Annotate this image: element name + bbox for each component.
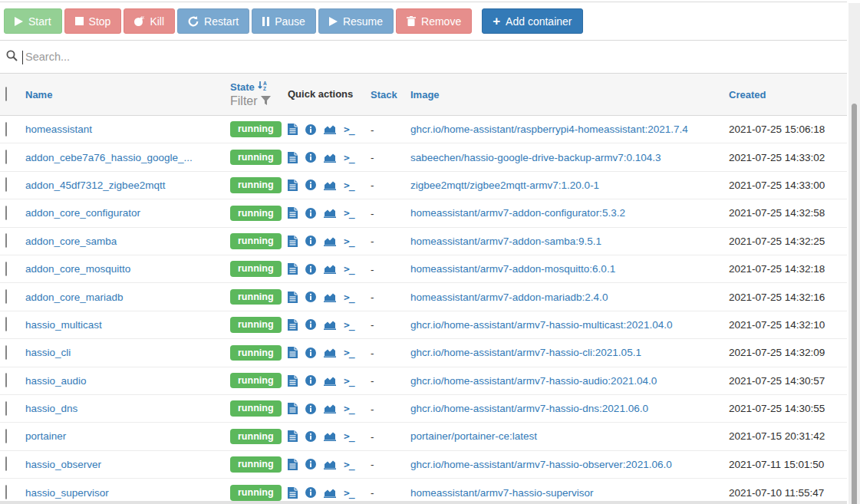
console-icon[interactable]: >_ — [344, 152, 354, 163]
column-header-image[interactable]: Image — [410, 89, 729, 100]
console-icon[interactable]: >_ — [344, 180, 354, 191]
stats-icon[interactable] — [324, 264, 336, 274]
console-icon[interactable]: >_ — [344, 375, 354, 387]
image-link[interactable]: ghcr.io/home-assistant/armv7-hassio-cli:… — [410, 347, 729, 358]
stats-icon[interactable] — [324, 376, 336, 386]
row-checkbox[interactable] — [5, 206, 7, 220]
console-icon[interactable]: >_ — [344, 403, 354, 414]
image-link[interactable]: homeassistant/armv7-addon-samba:9.5.1 — [410, 236, 729, 247]
container-name-link[interactable]: hassio_dns — [25, 403, 230, 414]
container-name-link[interactable]: addon_core_mariadb — [25, 292, 230, 303]
row-checkbox[interactable] — [5, 289, 7, 304]
logs-icon[interactable] — [288, 319, 298, 331]
container-name-link[interactable]: hassio_supervisor — [25, 487, 230, 499]
logs-icon[interactable] — [288, 263, 298, 275]
container-name-link[interactable]: addon_core_mosquitto — [25, 263, 230, 275]
inspect-icon[interactable] — [305, 431, 316, 442]
console-icon[interactable]: >_ — [344, 207, 354, 219]
column-header-name[interactable]: Name — [25, 89, 230, 100]
logs-icon[interactable] — [288, 152, 298, 163]
container-name-link[interactable]: portainer — [25, 430, 230, 442]
restart-button[interactable]: Restart — [177, 8, 249, 34]
stop-button[interactable]: Stop — [64, 8, 122, 34]
stats-icon[interactable] — [324, 180, 336, 190]
image-link[interactable]: homeassistant/armv7-addon-mosquitto:6.0.… — [410, 263, 729, 275]
logs-icon[interactable] — [288, 124, 298, 135]
row-checkbox[interactable] — [5, 401, 7, 416]
row-checkbox[interactable] — [5, 233, 7, 248]
add-container-button[interactable]: + Add container — [482, 8, 582, 34]
inspect-icon[interactable] — [305, 208, 316, 219]
logs-icon[interactable] — [288, 430, 298, 442]
logs-icon[interactable] — [288, 236, 298, 247]
inspect-icon[interactable] — [305, 236, 316, 246]
vertical-scrollbar-track[interactable] — [848, 3, 860, 504]
stats-icon[interactable] — [324, 236, 336, 246]
column-header-stack[interactable]: Stack — [371, 89, 410, 100]
stats-icon[interactable] — [324, 348, 336, 357]
image-link[interactable]: ghcr.io/home-assistant/armv7-hassio-obse… — [410, 459, 729, 470]
row-checkbox[interactable] — [5, 373, 7, 387]
container-name-link[interactable]: homeassistant — [25, 124, 230, 135]
inspect-icon[interactable] — [305, 180, 316, 190]
row-checkbox[interactable] — [5, 150, 7, 164]
stats-icon[interactable] — [324, 208, 336, 218]
console-icon[interactable]: >_ — [344, 236, 354, 247]
row-checkbox[interactable] — [5, 177, 7, 192]
console-icon[interactable]: >_ — [344, 319, 354, 331]
image-link[interactable]: homeassistant/armv7-addon-mariadb:2.4.0 — [410, 292, 729, 303]
logs-icon[interactable] — [288, 459, 298, 470]
select-all-checkbox[interactable] — [5, 87, 7, 101]
resume-button[interactable]: Resume — [318, 8, 394, 34]
column-header-created[interactable]: Created — [729, 89, 847, 100]
row-checkbox[interactable] — [5, 317, 7, 331]
container-name-link[interactable]: addon_core_configurator — [25, 207, 230, 219]
remove-button[interactable]: Remove — [396, 8, 472, 34]
logs-icon[interactable] — [288, 403, 298, 414]
inspect-icon[interactable] — [305, 375, 316, 386]
image-link[interactable]: homeassistant/armv7-addon-configurator:5… — [410, 207, 729, 219]
stats-icon[interactable] — [324, 488, 336, 498]
inspect-icon[interactable] — [305, 292, 316, 302]
row-checkbox[interactable] — [5, 122, 7, 137]
console-icon[interactable]: >_ — [344, 430, 354, 442]
stats-icon[interactable] — [324, 292, 336, 302]
image-link[interactable]: zigbee2mqtt/zigbee2mqtt-armv7:1.20.0-1 — [410, 180, 729, 191]
inspect-icon[interactable] — [305, 459, 316, 469]
logs-icon[interactable] — [288, 292, 298, 303]
logs-icon[interactable] — [288, 347, 298, 358]
container-name-link[interactable]: hassio_audio — [25, 375, 230, 387]
container-name-link[interactable]: hassio_observer — [25, 459, 230, 470]
inspect-icon[interactable] — [305, 348, 316, 358]
stats-icon[interactable] — [324, 460, 336, 469]
container-name-link[interactable]: addon_core_samba — [25, 236, 230, 247]
image-link[interactable]: sabeechen/hassio-google-drive-backup-arm… — [410, 152, 729, 163]
logs-icon[interactable] — [288, 375, 298, 387]
inspect-icon[interactable] — [305, 487, 316, 498]
console-icon[interactable]: >_ — [344, 263, 354, 275]
kill-button[interactable]: Kill — [124, 8, 175, 34]
image-link[interactable]: homeassistant/armv7-hassio-supervisor — [410, 487, 729, 499]
container-name-link[interactable]: addon_cebe7a76_hassio_google_... — [25, 152, 230, 163]
start-button[interactable]: Start — [4, 8, 62, 34]
logs-icon[interactable] — [288, 207, 298, 219]
stats-icon[interactable] — [324, 431, 336, 441]
console-icon[interactable]: >_ — [344, 124, 354, 135]
state-filter[interactable]: Filter — [230, 94, 288, 108]
row-checkbox[interactable] — [5, 429, 7, 443]
row-checkbox[interactable] — [5, 456, 7, 471]
inspect-icon[interactable] — [305, 264, 316, 275]
image-link[interactable]: portainer/portainer-ce:latest — [410, 430, 729, 442]
container-name-link[interactable]: hassio_cli — [25, 347, 230, 358]
row-checkbox[interactable] — [5, 485, 7, 499]
inspect-icon[interactable] — [305, 152, 316, 163]
column-header-state[interactable]: State AZ — [230, 81, 288, 93]
search-input[interactable] — [18, 51, 847, 63]
pause-button[interactable]: Pause — [252, 8, 316, 34]
row-checkbox[interactable] — [5, 345, 7, 360]
image-link[interactable]: ghcr.io/home-assistant/raspberrypi4-home… — [410, 124, 729, 135]
image-link[interactable]: ghcr.io/home-assistant/armv7-hassio-dns:… — [410, 403, 729, 414]
stats-icon[interactable] — [324, 124, 336, 134]
inspect-icon[interactable] — [305, 404, 316, 414]
logs-icon[interactable] — [288, 487, 298, 499]
